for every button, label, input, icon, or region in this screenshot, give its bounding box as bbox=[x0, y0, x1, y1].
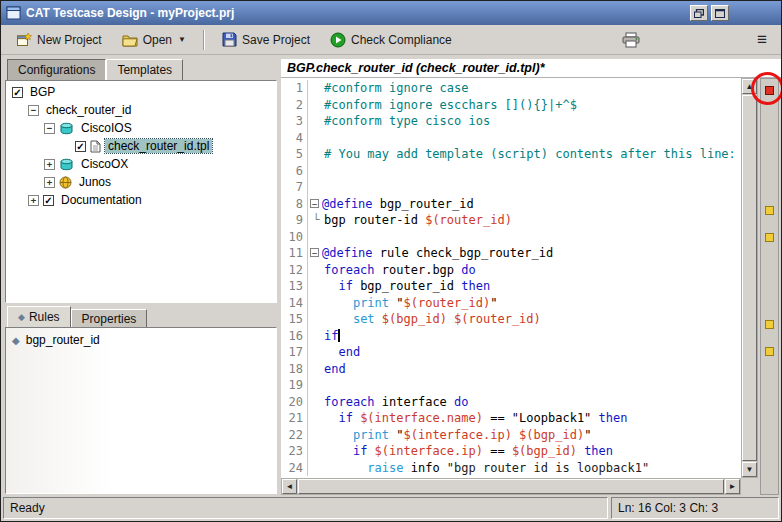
code-line[interactable]: 13 if bgp_router_id then bbox=[281, 278, 741, 295]
tree-item[interactable]: ✓check_router_id.tpl bbox=[6, 137, 276, 155]
code-line[interactable]: 14 print "$(router_id)" bbox=[281, 295, 741, 312]
text-cursor bbox=[338, 329, 340, 342]
open-dropdown-icon: ▼ bbox=[178, 35, 186, 44]
tree-item[interactable]: ✓BGP bbox=[6, 83, 276, 101]
new-project-button[interactable]: New Project bbox=[7, 28, 111, 52]
scrollbar-corner bbox=[741, 478, 758, 495]
yellow-marker[interactable] bbox=[765, 320, 774, 329]
code-line[interactable]: 7 bbox=[281, 179, 741, 196]
fold-margin bbox=[308, 443, 324, 460]
fold-margin bbox=[308, 130, 324, 147]
code-line[interactable]: 18end bbox=[281, 361, 741, 378]
tree-item[interactable]: +CiscoOX bbox=[6, 155, 276, 173]
code-line[interactable]: 4 bbox=[281, 130, 741, 147]
code-line[interactable]: 5# You may add template (script) content… bbox=[281, 146, 741, 163]
code-line[interactable]: 17 end bbox=[281, 344, 741, 361]
tree-item[interactable]: −check_router_id bbox=[6, 101, 276, 119]
rules-list[interactable]: ◆bgp_router_id bbox=[5, 327, 277, 494]
tab-rules[interactable]: ◆ Rules bbox=[7, 306, 71, 327]
window-maximize-button[interactable] bbox=[711, 5, 729, 21]
scroll-up-icon[interactable]: ▲ bbox=[742, 79, 757, 94]
line-number: 18 bbox=[281, 361, 308, 378]
code-line[interactable]: 21 if $(interface.name) == "Loopback1" t… bbox=[281, 410, 741, 427]
line-number: 4 bbox=[281, 130, 308, 147]
open-button[interactable]: Open ▼ bbox=[113, 29, 195, 51]
expand-toggle-icon[interactable]: − bbox=[28, 105, 39, 116]
code-line[interactable]: 6 bbox=[281, 163, 741, 180]
tab-configurations[interactable]: Configurations bbox=[7, 59, 106, 80]
horizontal-scrollbar[interactable]: ◄ ► bbox=[281, 478, 741, 495]
code-line[interactable]: 20foreach interface do bbox=[281, 394, 741, 411]
yellow-marker[interactable] bbox=[765, 206, 774, 215]
open-label: Open bbox=[143, 33, 172, 47]
tab-templates-label: Templates bbox=[117, 63, 172, 77]
scroll-down-icon[interactable]: ▼ bbox=[742, 462, 757, 477]
code-line[interactable]: 15 set $(bgp_id) $(router_id) bbox=[281, 311, 741, 328]
code-line[interactable]: 24 raise info "bgp router id is loopback… bbox=[281, 460, 741, 477]
vertical-scrollbar[interactable]: ▲ ▼ bbox=[741, 78, 758, 478]
code-line[interactable]: 22 print "$(interface.ip) $(bgp_id)" bbox=[281, 427, 741, 444]
check-compliance-button[interactable]: Check Compliance bbox=[321, 28, 461, 52]
expand-toggle-icon[interactable]: + bbox=[44, 159, 55, 170]
expand-toggle-icon[interactable]: + bbox=[28, 195, 39, 206]
code-line[interactable]: 3#conform type cisco ios bbox=[281, 113, 741, 130]
expand-toggle-icon[interactable]: − bbox=[44, 123, 55, 134]
code-line[interactable]: 2#conform ignore escchars [](){}|+^$ bbox=[281, 97, 741, 114]
tab-properties[interactable]: Properties bbox=[71, 309, 148, 327]
line-number: 2 bbox=[281, 97, 308, 114]
rule-item[interactable]: ◆bgp_router_id bbox=[6, 331, 276, 349]
code-text: print "$(router_id)" bbox=[324, 295, 497, 312]
checkbox[interactable]: ✓ bbox=[12, 87, 23, 98]
code-line[interactable]: 11−@define rule check_bgp_router_id bbox=[281, 245, 741, 262]
line-number: 15 bbox=[281, 311, 308, 328]
config-tree[interactable]: ✓BGP−check_router_id−CiscoIOS✓check_rout… bbox=[5, 80, 277, 303]
code-area[interactable]: 1#conform ignore case2#conform ignore es… bbox=[281, 78, 741, 478]
menu-button[interactable]: ≡ bbox=[749, 30, 775, 50]
code-line[interactable]: 16if bbox=[281, 328, 741, 345]
fold-margin bbox=[308, 328, 324, 345]
tree-item[interactable]: −CiscoIOS bbox=[6, 119, 276, 137]
code-line[interactable]: 23 if $(interface.ip) == $(bgp_id) then bbox=[281, 443, 741, 460]
window-restore-button[interactable] bbox=[690, 5, 708, 21]
code-text: print "$(interface.ip) $(bgp_id)" bbox=[324, 427, 591, 444]
line-number: 22 bbox=[281, 427, 308, 444]
print-button[interactable] bbox=[613, 28, 649, 52]
code-text: set $(bgp_id) $(router_id) bbox=[324, 311, 541, 328]
error-stripe[interactable] bbox=[760, 78, 779, 495]
rule-diamond-icon: ◆ bbox=[12, 335, 20, 346]
line-number: 16 bbox=[281, 328, 308, 345]
code-line[interactable]: 10 bbox=[281, 229, 741, 246]
horizontal-scrollbar-thumb[interactable] bbox=[298, 479, 724, 494]
scroll-right-icon[interactable]: ► bbox=[725, 479, 740, 494]
tree-item[interactable]: +✓Documentation bbox=[6, 191, 276, 209]
code-text: foreach interface do bbox=[324, 394, 469, 411]
red-marker[interactable] bbox=[765, 86, 774, 95]
fold-toggle-icon[interactable]: − bbox=[310, 199, 319, 208]
checkbox[interactable]: ✓ bbox=[43, 195, 54, 206]
checkbox[interactable]: ✓ bbox=[75, 141, 86, 152]
code-text: end bbox=[324, 344, 360, 361]
code-line[interactable]: 12foreach router.bgp do bbox=[281, 262, 741, 279]
scroll-left-icon[interactable]: ◄ bbox=[282, 479, 297, 494]
tab-templates[interactable]: Templates bbox=[106, 59, 183, 80]
code-line[interactable]: 8−@define bgp_router_id bbox=[281, 196, 741, 213]
fold-margin bbox=[308, 410, 324, 427]
title-bar[interactable]: CAT Testcase Design - myProject.prj bbox=[1, 1, 781, 25]
fold-margin bbox=[308, 113, 324, 130]
line-number: 5 bbox=[281, 146, 308, 163]
line-number: 20 bbox=[281, 394, 308, 411]
tab-properties-label: Properties bbox=[82, 312, 137, 326]
code-text: if $(interface.ip) == $(bgp_id) then bbox=[324, 443, 613, 460]
fold-toggle-icon[interactable]: − bbox=[310, 248, 319, 257]
code-line[interactable]: 1#conform ignore case bbox=[281, 80, 741, 97]
fold-margin bbox=[308, 146, 324, 163]
yellow-marker[interactable] bbox=[765, 347, 774, 356]
yellow-marker[interactable] bbox=[765, 233, 774, 242]
save-project-button[interactable]: Save Project bbox=[213, 28, 319, 51]
expand-toggle-icon[interactable]: + bbox=[44, 177, 55, 188]
code-line[interactable]: 9└bgp router-id $(router_id) bbox=[281, 212, 741, 229]
tree-item[interactable]: +Junos bbox=[6, 173, 276, 191]
line-number: 24 bbox=[281, 460, 308, 477]
code-line[interactable]: 19 bbox=[281, 377, 741, 394]
vertical-scrollbar-thumb[interactable] bbox=[742, 95, 757, 461]
